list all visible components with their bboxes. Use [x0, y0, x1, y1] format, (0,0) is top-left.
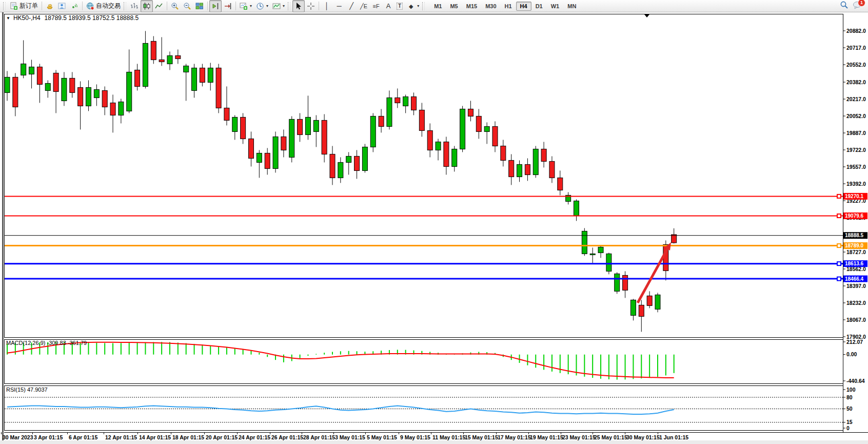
- chart-title: ▼ HK50-,H4 18789.5 18939.5 18752.5 18888…: [6, 14, 139, 22]
- timeframe-button-M30[interactable]: M30: [481, 2, 500, 11]
- svg-text:3 Apr 01:15: 3 Apr 01:15: [34, 434, 63, 440]
- svg-text:23 May 01:15: 23 May 01:15: [562, 434, 596, 440]
- horizontal-line-button[interactable]: ─: [333, 0, 345, 12]
- toolbar-grip[interactable]: [3, 2, 6, 10]
- chevron-down-icon[interactable]: ▼: [6, 16, 10, 21]
- community-button[interactable]: [56, 0, 68, 12]
- chevron-down-icon: ▾: [266, 4, 268, 8]
- svg-text:5 May 01:15: 5 May 01:15: [367, 434, 397, 440]
- cursor-button[interactable]: [292, 0, 305, 12]
- trendline-button[interactable]: ╱: [345, 0, 358, 12]
- toolbar-separator: [82, 2, 83, 10]
- tile-windows-button[interactable]: [193, 0, 206, 12]
- svg-text:19887.0: 19887.0: [846, 130, 866, 136]
- macd-panel: [5, 340, 843, 384]
- svg-text:18 Apr 01:15: 18 Apr 01:15: [172, 434, 204, 440]
- svg-text:3 May 01:15: 3 May 01:15: [335, 434, 365, 440]
- svg-text:100: 100: [846, 387, 856, 393]
- bar-chart-button[interactable]: [128, 0, 141, 12]
- svg-text:19722.0: 19722.0: [846, 147, 866, 153]
- timeframe-button-H4[interactable]: H4: [516, 2, 531, 11]
- rsi-panel: [5, 386, 843, 431]
- crosshair-button[interactable]: [305, 0, 317, 12]
- toolbar-separator: [42, 2, 42, 10]
- timeframe-toolbar: M1M5M15M30H1H4D1W1MN: [430, 2, 580, 11]
- chart-area[interactable]: 20882.020717.020552.020382.020217.020052…: [0, 12, 868, 444]
- zoom-in-button[interactable]: [169, 0, 181, 12]
- svg-text:19392.0: 19392.0: [846, 181, 866, 187]
- timeframe-button-MN[interactable]: MN: [563, 2, 580, 11]
- signals-button[interactable]: [68, 0, 81, 12]
- arrows-dropdown[interactable]: ◆ ▾: [405, 0, 421, 12]
- text-label-icon: T: [397, 3, 403, 10]
- macd-indicator-label: MACD(12,26,9) -309.83 -361.79: [6, 340, 87, 346]
- symbol-period-label: HK50-,H4: [13, 14, 41, 22]
- fibonacci-button[interactable]: ≡F: [370, 0, 382, 12]
- svg-text:25 May 01:15: 25 May 01:15: [594, 434, 627, 440]
- svg-text:18727.0: 18727.0: [846, 249, 866, 255]
- zoom-out-button[interactable]: [181, 0, 193, 12]
- line-chart-icon: [155, 2, 163, 10]
- ohlc-values: 18789.5 18939.5 18752.5 18888.5: [45, 14, 139, 22]
- svg-text:18067.0: 18067.0: [846, 317, 866, 323]
- timeframe-button-M15[interactable]: M15: [462, 2, 481, 11]
- timeframe-button-H1[interactable]: H1: [501, 2, 516, 11]
- svg-text:19079.6: 19079.6: [845, 213, 864, 219]
- svg-text:80: 80: [846, 394, 853, 400]
- line-chart-button[interactable]: [153, 0, 165, 12]
- fibonacci-icon: ≡F: [372, 2, 380, 10]
- new-order-button[interactable]: 新订单: [8, 0, 40, 12]
- market-watch-button[interactable]: [44, 0, 56, 12]
- svg-text:18789.0: 18789.0: [845, 243, 864, 248]
- new-chart-icon: [240, 2, 248, 10]
- timeframe-button-W1[interactable]: W1: [547, 2, 564, 11]
- new-chart-dropdown[interactable]: ▾: [238, 0, 254, 12]
- vertical-line-button[interactable]: │: [321, 0, 333, 12]
- market-watch-icon: [46, 2, 54, 10]
- shift-end-button[interactable]: [209, 0, 222, 12]
- bar-chart-icon: [130, 2, 139, 10]
- notifications-button[interactable]: 1: [853, 1, 862, 11]
- vertical-line-icon: │: [323, 2, 331, 10]
- templates-dropdown[interactable]: ▾: [270, 0, 287, 12]
- crosshair-icon: [307, 2, 315, 10]
- new-order-label: 新订单: [19, 2, 38, 10]
- text-button[interactable]: A: [382, 0, 394, 12]
- community-person-icon: [58, 2, 66, 10]
- svg-text:9 May 01:15: 9 May 01:15: [400, 434, 430, 440]
- arrows-icon: ◆: [407, 2, 415, 10]
- toolbar-separator: [319, 2, 319, 10]
- svg-text:24 Apr 01:15: 24 Apr 01:15: [239, 434, 270, 440]
- periods-dropdown[interactable]: ▾: [254, 0, 270, 12]
- svg-text:11 May 01:15: 11 May 01:15: [432, 434, 465, 440]
- toolbar-separator: [235, 2, 236, 10]
- text-label-button[interactable]: T: [394, 0, 405, 12]
- toolbar-right-group: 1: [840, 1, 866, 11]
- svg-text:20717.0: 20717.0: [846, 45, 866, 51]
- toolbar-grip[interactable]: [124, 2, 126, 10]
- timeframe-button-D1[interactable]: D1: [531, 2, 547, 11]
- equidistant-channel-button[interactable]: ╱E: [358, 0, 370, 12]
- auto-trading-button[interactable]: 自动交易: [84, 0, 123, 12]
- toolbar-grip[interactable]: [422, 2, 425, 10]
- svg-text:12 Apr 01:15: 12 Apr 01:15: [105, 434, 137, 440]
- svg-text:26 Apr 01:15: 26 Apr 01:15: [271, 434, 303, 440]
- svg-text:50: 50: [846, 406, 853, 412]
- svg-text:1 Jun 01:15: 1 Jun 01:15: [659, 434, 688, 440]
- chevron-down-icon: ▾: [417, 4, 419, 8]
- new-order-icon: [10, 2, 18, 10]
- auto-scroll-button[interactable]: [222, 0, 234, 12]
- time-axis[interactable]: 30 Mar 20233 Apr 01:156 Apr 01:1512 Apr …: [2, 432, 868, 440]
- rsi-indicator-label: RSI(15) 47.9037: [6, 387, 48, 393]
- trendline-icon: ╱: [347, 2, 356, 10]
- svg-text:20052.0: 20052.0: [846, 113, 866, 119]
- search-icon[interactable]: [840, 1, 849, 11]
- timeframe-button-M1[interactable]: M1: [430, 2, 446, 11]
- svg-text:18397.0: 18397.0: [846, 283, 866, 289]
- toolbar-grip[interactable]: [288, 2, 290, 10]
- timeframe-button-M5[interactable]: M5: [446, 2, 462, 11]
- auto-trading-icon: [86, 2, 94, 10]
- candlestick-chart-button[interactable]: [141, 0, 153, 12]
- price-axis[interactable]: 20882.020717.020552.020382.020217.020052…: [843, 28, 866, 340]
- svg-text:30 May 01:15: 30 May 01:15: [626, 434, 660, 440]
